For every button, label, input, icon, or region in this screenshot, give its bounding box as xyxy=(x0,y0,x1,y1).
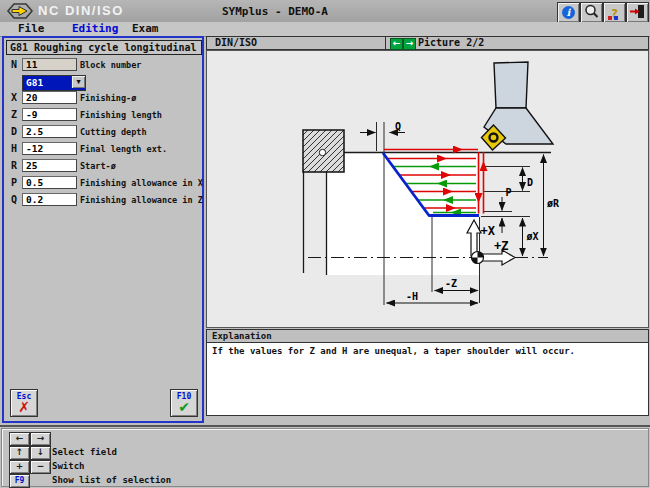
title-bar: NC DIN/ISO SYMplus - DEMO-A i ? xyxy=(0,0,650,23)
hint-row-select-field: ↑ ↓ Select field xyxy=(5,446,645,460)
esc-cancel-button[interactable]: Esc ✗ xyxy=(10,389,38,417)
dim-label-minus-z: -Z xyxy=(445,278,457,289)
field-letter: X xyxy=(11,92,17,103)
left-arrow-key[interactable]: ← xyxy=(9,432,30,446)
plus-key[interactable]: + xyxy=(9,460,30,474)
hint-row-arrows-lr: ← → xyxy=(5,432,645,446)
prev-picture-button[interactable]: ← xyxy=(390,38,403,50)
cutting-depth-field[interactable] xyxy=(22,125,77,138)
axis-label-x: +X xyxy=(481,224,496,238)
menu-file[interactable]: File xyxy=(18,22,45,36)
up-arrow-key[interactable]: ↑ xyxy=(9,446,30,460)
dim-label-d: D xyxy=(527,177,533,188)
menu-editing[interactable]: Editing xyxy=(72,22,118,36)
finishing-dia-field[interactable] xyxy=(22,91,77,104)
exit-door-icon xyxy=(628,3,647,20)
viewer-source-label: DIN/ISO xyxy=(215,37,257,49)
field-label: Finishing-ø xyxy=(80,93,136,103)
key-help-bar: ← → ↑ ↓ Select field + − Switch F9 Show … xyxy=(0,425,650,488)
magnifier-icon xyxy=(582,3,601,20)
header-divider xyxy=(385,37,386,49)
ok-check-icon: ✔ xyxy=(171,401,197,414)
block-number-field[interactable] xyxy=(22,58,77,71)
form-row-q: Q Finishing allowance in Z xyxy=(4,193,202,207)
help-pixel-blue xyxy=(614,16,618,20)
help-button[interactable]: ? xyxy=(603,2,626,23)
help-pixel-red xyxy=(608,16,612,20)
field-letter: Q xyxy=(11,194,17,205)
field-label: Finishing allowance in Z xyxy=(80,195,203,205)
axis-label-z: +Z xyxy=(494,239,508,253)
form-row-d: D Cutting depth xyxy=(4,125,202,139)
field-letter: N xyxy=(11,59,17,70)
hint-row-f9: F9 Show list of selection xyxy=(5,474,645,488)
explanation-header: Explanation xyxy=(206,329,649,343)
menu-exam[interactable]: Exam xyxy=(132,22,159,36)
cancel-x-icon: ✗ xyxy=(11,401,37,414)
dim-label-p: P xyxy=(506,187,512,198)
cycle-dropdown-value: G81 xyxy=(23,76,73,90)
form-title: G81 Roughing cycle longitudinal xyxy=(6,40,202,55)
dim-label-minus-h: -H xyxy=(406,291,418,302)
field-letter: D xyxy=(11,126,17,137)
info-icon: i xyxy=(562,6,575,19)
down-arrow-key[interactable]: ↓ xyxy=(30,446,51,460)
cycle-form-panel: G81 Roughing cycle longitudinal N Block … xyxy=(2,36,204,423)
f10-ok-button[interactable]: F10 ✔ xyxy=(170,389,198,417)
form-row-cycle: G81 ▼ xyxy=(4,75,202,89)
field-letter: P xyxy=(11,177,17,188)
f9-key[interactable]: F9 xyxy=(9,474,30,488)
start-dia-field[interactable] xyxy=(22,159,77,172)
form-row-x: X Finishing-ø xyxy=(4,91,202,105)
picture-counter: Picture 2/2 xyxy=(418,37,484,49)
finishing-length-field[interactable] xyxy=(22,108,77,121)
next-picture-button[interactable]: → xyxy=(403,38,416,50)
hint-row-switch: + − Switch xyxy=(5,460,645,474)
form-row-n: N Block number xyxy=(4,58,202,72)
key-help-box: ← → ↑ ↓ Select field + − Switch F9 Show … xyxy=(1,428,649,487)
explanation-text: If the values for Z and H are unequal, a… xyxy=(206,342,649,416)
zoom-button[interactable] xyxy=(580,2,603,23)
final-length-field[interactable] xyxy=(22,142,77,155)
menu-bar: File Editing Exam xyxy=(0,22,650,37)
form-row-z: Z Finishing length xyxy=(4,108,202,122)
minus-key[interactable]: − xyxy=(30,460,51,474)
info-button[interactable]: i xyxy=(557,2,580,23)
form-row-h: H Final length ext. xyxy=(4,142,202,156)
chevron-down-icon[interactable]: ▼ xyxy=(71,76,85,88)
dim-label-dia-x: øX xyxy=(527,231,539,242)
field-label: Finishing length xyxy=(80,110,162,120)
screen: NC DIN/ISO SYMplus - DEMO-A i ? File E xyxy=(0,0,650,488)
app-title: NC DIN/ISO xyxy=(38,3,124,18)
viewer-header: DIN/ISO ← → Picture 2/2 xyxy=(206,36,649,50)
cycle-dropdown[interactable]: G81 ▼ xyxy=(22,75,86,91)
field-letter: R xyxy=(11,160,17,171)
form-row-p: P Finishing allowance in X xyxy=(4,176,202,190)
hint-label: Switch xyxy=(52,460,85,473)
cycle-diagram: Q D P øR øX -Z -H +X +Z xyxy=(206,50,649,328)
field-label: Cutting depth xyxy=(80,127,147,137)
hint-label: Select field xyxy=(52,446,117,459)
allowance-z-field[interactable] xyxy=(22,193,77,206)
field-label: Block number xyxy=(80,60,141,70)
hint-label: Show list of selection xyxy=(52,474,171,487)
field-letter: H xyxy=(11,143,17,154)
right-arrow-key[interactable]: → xyxy=(30,432,51,446)
window-title: SYMplus - DEMO-A xyxy=(222,5,328,18)
exit-button[interactable] xyxy=(626,2,649,23)
field-label: Start-ø xyxy=(80,161,116,171)
allowance-x-field[interactable] xyxy=(22,176,77,189)
app-logo-arrow-icon xyxy=(6,2,34,20)
field-label: Finishing allowance in X xyxy=(80,178,203,188)
dim-label-q: Q xyxy=(395,121,401,132)
dim-label-dia-r: øR xyxy=(547,198,560,209)
field-label: Final length ext. xyxy=(80,144,167,154)
field-letter: Z xyxy=(11,109,17,120)
form-row-r: R Start-ø xyxy=(4,159,202,173)
